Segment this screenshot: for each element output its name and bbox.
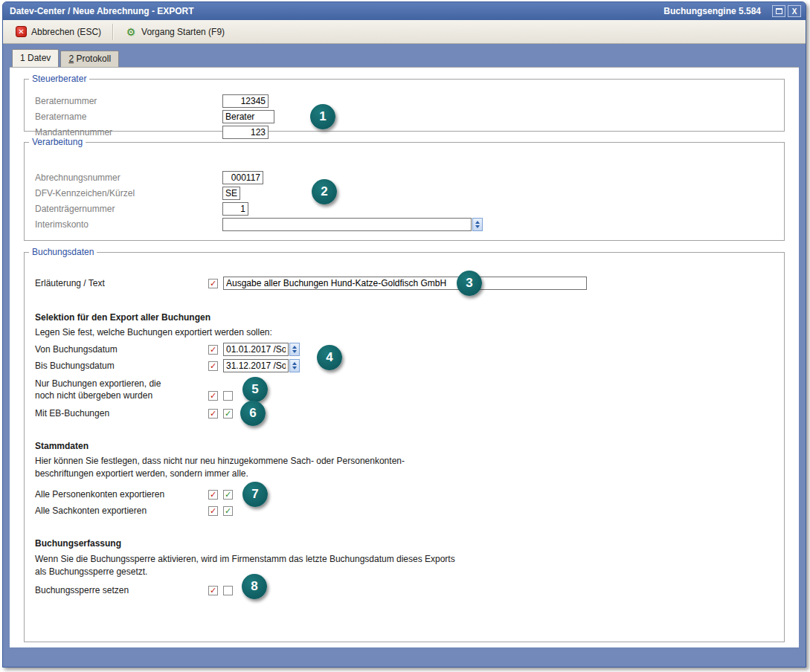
von-datum-spinner[interactable] xyxy=(289,343,300,356)
dfv-kennzeichen-row: DFV-Kennzeichen/Kürzel xyxy=(25,185,784,201)
window-title: Datev-Center / Neue Abrechnung - EXPORT xyxy=(10,6,194,16)
beratername-label: Beratername xyxy=(35,112,222,122)
tab-datev-accel: 1 xyxy=(20,53,25,63)
buchungssperre-label: Buchungssperre setzen xyxy=(35,585,208,595)
app-window: Datev-Center / Neue Abrechnung - EXPORT … xyxy=(2,1,806,668)
buchungssperre-row: Buchungssperre setzen ✓ xyxy=(25,582,784,598)
dfv-kennzeichen-input[interactable] xyxy=(222,187,240,200)
spinner-up-icon xyxy=(292,362,297,365)
buchungserfassung-heading: Buchungserfassung xyxy=(25,538,784,550)
stammdaten-text-line1: Hier können Sie festlegen, dass nicht nu… xyxy=(25,456,784,468)
verarbeitung-group: Verarbeitung Abrechnungsnummer DFV-Kennz… xyxy=(24,137,785,241)
callout-badge-1: 1 xyxy=(310,104,335,129)
buchungsdaten-group: Buchungsdaten Erläuterung / Text ✓ Selek… xyxy=(24,247,785,642)
spinner-up-icon xyxy=(292,346,297,349)
bis-buchungsdatum-row: Bis Buchungsdatum ✓ xyxy=(25,358,784,374)
beratername-input[interactable] xyxy=(222,110,274,123)
callout-badge-3: 3 xyxy=(457,271,482,296)
stammdaten-text-line2: beschriftungen exportiert werden, sonder… xyxy=(25,468,784,481)
abrechnungsnummer-row: Abrechnungsnummer xyxy=(25,169,784,185)
tab-protokoll[interactable]: 2 Protokoll xyxy=(60,51,119,67)
start-button[interactable]: ⚙ Vorgang Starten (F9) xyxy=(118,23,231,41)
spinner-down-icon xyxy=(475,225,480,228)
dfv-kennzeichen-label: DFV-Kennzeichen/Kürzel xyxy=(35,188,222,198)
close-button[interactable]: X xyxy=(788,5,801,17)
mandantennummer-label: Mandantennummer xyxy=(35,127,222,138)
beraternummer-label: Beraternummer xyxy=(35,96,222,106)
buchungssperre-checkbox[interactable] xyxy=(223,586,233,595)
buchungsdaten-legend: Buchungsdaten xyxy=(29,247,97,257)
beratername-row: Beratername xyxy=(25,109,784,124)
beraternummer-row: Beraternummer xyxy=(25,93,784,109)
selektion-text: Legen Sie fest, welche Buchungen exporti… xyxy=(25,327,784,339)
callout-badge-6: 6 xyxy=(240,401,266,426)
callout-badge-8: 8 xyxy=(242,574,267,599)
bis-datum-spinner[interactable] xyxy=(289,359,300,372)
von-buchungsdatum-input[interactable] xyxy=(223,343,289,356)
datentraegernummer-row: Datenträgernummer xyxy=(25,201,784,216)
erlaeuterung-label: Erläuterung / Text xyxy=(35,278,208,288)
erlaeuterung-input[interactable] xyxy=(223,277,587,290)
beraternummer-input[interactable] xyxy=(222,94,269,108)
abrechnungsnummer-label: Abrechnungsnummer xyxy=(35,172,222,183)
nur-buchungen-row: Nur Buchungen exportieren, die noch nich… xyxy=(25,378,784,401)
tab-datev-label: Datev xyxy=(25,53,51,63)
maximize-button[interactable] xyxy=(772,5,785,17)
nur-buchungen-checkbox[interactable] xyxy=(223,391,233,401)
title-bar: Datev-Center / Neue Abrechnung - EXPORT … xyxy=(3,2,806,20)
personenkonten-checkbox[interactable]: ✓ xyxy=(223,490,233,500)
selektion-heading: Selektion für den Export aller Buchungen xyxy=(25,312,784,324)
start-gear-icon: ⚙ xyxy=(125,26,137,38)
bis-buchungsdatum-input[interactable] xyxy=(223,359,289,372)
maximize-icon xyxy=(776,8,782,14)
callout-badge-5: 5 xyxy=(242,377,268,402)
datentraegernummer-input[interactable] xyxy=(222,202,248,216)
engine-version-label: Buchungsengine 5.584 xyxy=(663,6,761,16)
close-icon: X xyxy=(792,7,797,16)
bis-buchungsdatum-label: Bis Buchungsdatum xyxy=(35,361,208,371)
sachkonten-checkbox[interactable]: ✓ xyxy=(223,506,233,516)
steuerberater-group: Steuerberater Beraternummer Beratername … xyxy=(24,74,785,132)
bis-datum-confirm-checkbox[interactable]: ✓ xyxy=(208,361,218,371)
von-datum-confirm-checkbox[interactable]: ✓ xyxy=(208,345,218,355)
spinner-down-icon xyxy=(292,350,297,353)
spinner-down-icon xyxy=(292,366,297,369)
tab-strip: 1 Datev 2 Protokoll xyxy=(3,44,806,67)
stammdaten-heading: Stammdaten xyxy=(25,441,784,453)
sachkonten-label: Alle Sachkonten exportieren xyxy=(35,505,208,516)
cancel-icon: ✕ xyxy=(16,26,27,37)
datentraegernummer-label: Datenträgernummer xyxy=(35,204,222,214)
eb-buchungen-checkbox[interactable]: ✓ xyxy=(223,409,233,419)
nur-buchungen-label-line2: noch nicht übergeben wurden xyxy=(35,390,152,401)
erlaeuterung-confirm-checkbox[interactable]: ✓ xyxy=(208,279,218,288)
erlaeuterung-row: Erläuterung / Text ✓ xyxy=(25,275,784,291)
toolbar: ✕ Abbrechen (ESC) ⚙ Vorgang Starten (F9) xyxy=(3,20,806,44)
buchungserfassung-text-line1: Wenn Sie die Buchungssperre aktivieren, … xyxy=(25,554,784,566)
cancel-button-label: Abbrechen (ESC) xyxy=(31,27,101,37)
callout-badge-7: 7 xyxy=(242,482,268,507)
callout-badge-4: 4 xyxy=(317,345,342,370)
interimskonto-row: Interimskonto xyxy=(25,216,784,232)
interimskonto-input[interactable] xyxy=(222,218,472,231)
sachkonten-row: Alle Sachkonten exportieren ✓ ✓ xyxy=(25,503,784,519)
personenkonten-label: Alle Personenkonten exportieren xyxy=(35,489,208,500)
tab-protokoll-label: Protokoll xyxy=(74,54,111,64)
von-buchungsdatum-row: Von Buchungsdatum ✓ xyxy=(25,341,784,358)
eb-buchungen-confirm-checkbox[interactable]: ✓ xyxy=(208,409,218,419)
personenkonten-row: Alle Personenkonten exportieren ✓ ✓ xyxy=(25,486,784,503)
personenkonten-confirm-checkbox[interactable]: ✓ xyxy=(208,490,218,500)
cancel-button[interactable]: ✕ Abbrechen (ESC) xyxy=(9,23,108,40)
von-buchungsdatum-label: Von Buchungsdatum xyxy=(35,344,208,355)
spinner-up-icon xyxy=(475,221,480,224)
eb-buchungen-row: Mit EB-Buchungen ✓ ✓ xyxy=(25,405,784,421)
tab-datev[interactable]: 1 Datev xyxy=(12,49,59,67)
sachkonten-confirm-checkbox[interactable]: ✓ xyxy=(208,506,218,516)
eb-buchungen-label: Mit EB-Buchungen xyxy=(35,408,208,419)
verarbeitung-legend: Verarbeitung xyxy=(29,137,86,147)
nur-buchungen-confirm-checkbox[interactable]: ✓ xyxy=(208,391,218,401)
buchungssperre-confirm-checkbox[interactable]: ✓ xyxy=(208,586,218,595)
start-button-label: Vorgang Starten (F9) xyxy=(141,27,225,37)
interimskonto-spinner[interactable] xyxy=(472,218,483,231)
steuerberater-legend: Steuerberater xyxy=(29,74,89,84)
abrechnungsnummer-input[interactable] xyxy=(222,171,263,184)
